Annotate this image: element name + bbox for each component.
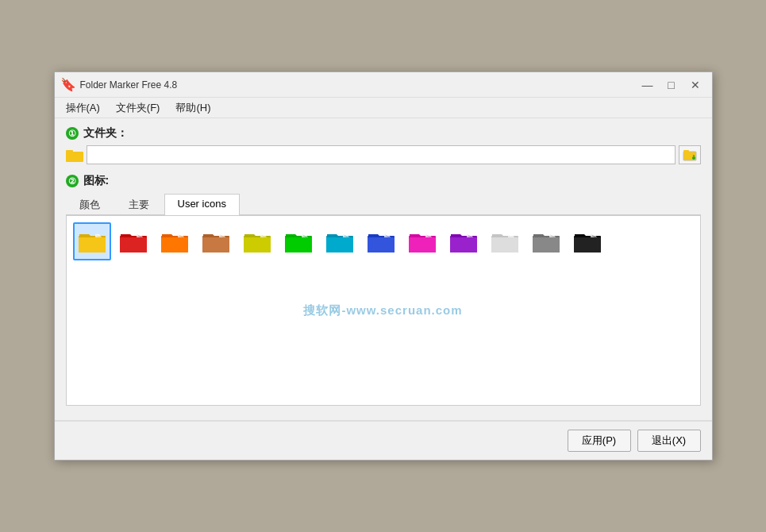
svg-rect-3 — [683, 150, 689, 153]
apply-button[interactable]: 应用(P) — [568, 430, 631, 452]
svg-point-4 — [692, 156, 695, 160]
main-content: ① 文件夹： — [55, 118, 712, 420]
exit-button[interactable]: 退出(X) — [637, 430, 701, 452]
menu-help[interactable]: 帮助(H) — [167, 99, 218, 117]
folder-icon-blue[interactable] — [362, 222, 400, 260]
title-bar: 🔖 Folder Marker Free 4.8 — □ ✕ — [55, 72, 712, 98]
icon-grid — [73, 222, 694, 260]
browse-button[interactable] — [679, 145, 701, 164]
main-window: 🔖 Folder Marker Free 4.8 — □ ✕ 操作(A) 文件夹… — [54, 71, 713, 461]
window-controls: — □ ✕ — [637, 77, 706, 93]
icon-grid-wrapper: 搜软网-www.secruan.com — [66, 215, 701, 406]
folder-row — [66, 145, 701, 164]
tab-user-icons[interactable]: User icons — [164, 194, 240, 215]
folder-icon-yellow[interactable] — [73, 222, 111, 260]
folder-icon-purple[interactable] — [445, 222, 483, 260]
menu-folder[interactable]: 文件夹(F) — [108, 99, 168, 117]
maximize-button[interactable]: □ — [661, 77, 682, 93]
folder-icon-lime[interactable] — [238, 222, 276, 260]
section2-label: 图标: — [83, 174, 110, 188]
folder-icon-gray[interactable] — [527, 222, 565, 260]
icon-tabs: 颜色 主要 User icons — [66, 193, 701, 215]
folder-icon-orange[interactable] — [156, 222, 194, 260]
close-button[interactable]: ✕ — [685, 77, 706, 93]
menu-operations[interactable]: 操作(A) — [58, 99, 108, 117]
tab-color[interactable]: 颜色 — [66, 194, 114, 215]
folder-icon-cyan[interactable] — [321, 222, 359, 260]
folder-icon-green[interactable] — [279, 222, 318, 260]
folder-icon-pink[interactable] — [403, 222, 441, 260]
app-icon: 🔖 — [61, 78, 75, 92]
window-title: Folder Marker Free 4.8 — [80, 79, 637, 91]
section1-label: 文件夹： — [83, 126, 128, 141]
footer: 应用(P) 退出(X) — [55, 421, 712, 460]
folder-icon-brown[interactable] — [197, 222, 235, 260]
tab-main[interactable]: 主要 — [115, 194, 163, 215]
section2-number: ② — [66, 175, 79, 187]
folder-icon — [66, 146, 83, 164]
section2-header: ② 图标: — [66, 174, 701, 188]
folder-icon-white[interactable] — [486, 222, 524, 260]
folder-icon-red[interactable] — [114, 222, 152, 260]
svg-rect-1 — [66, 150, 73, 153]
minimize-button[interactable]: — — [637, 77, 658, 93]
menu-bar: 操作(A) 文件夹(F) 帮助(H) — [55, 98, 712, 118]
folder-icon-black[interactable] — [568, 222, 606, 260]
icon-grid-container — [66, 215, 701, 406]
section1-header: ① 文件夹： — [66, 126, 701, 141]
section1-number: ① — [66, 127, 79, 140]
folder-path-input[interactable] — [87, 145, 676, 164]
icon-section: ② 图标: 颜色 主要 User icons — [66, 174, 701, 406]
